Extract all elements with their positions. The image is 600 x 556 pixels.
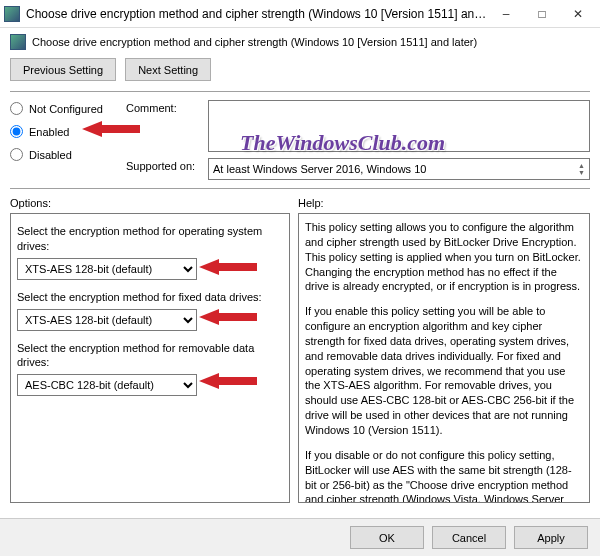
supported-label: Supported on:: [126, 158, 202, 172]
options-panel: Select the encryption method for operati…: [10, 213, 290, 503]
pointer-arrow-icon: [199, 256, 257, 278]
help-paragraph: If you disable or do not configure this …: [305, 448, 583, 503]
policy-icon: [4, 6, 20, 22]
separator: [10, 188, 590, 189]
removable-drives-label: Select the encryption method for removab…: [17, 341, 283, 371]
pointer-arrow-icon: [199, 306, 257, 328]
minimize-button[interactable]: –: [488, 2, 524, 26]
help-label: Help:: [298, 197, 590, 209]
maximize-button[interactable]: □: [524, 2, 560, 26]
subtitle-text: Choose drive encryption method and ciphe…: [32, 36, 477, 48]
dialog-footer: OK Cancel Apply: [0, 518, 600, 556]
supported-on-text: At least Windows Server 2016, Windows 10: [213, 163, 426, 175]
help-panel[interactable]: This policy setting allows you to config…: [298, 213, 590, 503]
os-drives-select[interactable]: XTS-AES 128-bit (default): [17, 258, 197, 280]
ok-button[interactable]: OK: [350, 526, 424, 549]
window-controls: – □ ✕: [488, 2, 596, 26]
radio-enabled[interactable]: Enabled: [10, 125, 118, 138]
supported-on-box: At least Windows Server 2016, Windows 10…: [208, 158, 590, 180]
pointer-arrow-icon: [199, 370, 257, 392]
next-setting-button[interactable]: Next Setting: [125, 58, 211, 81]
radio-disabled-input[interactable]: [10, 148, 23, 161]
help-paragraph: If you enable this policy setting you wi…: [305, 304, 583, 438]
radio-enabled-input[interactable]: [10, 125, 23, 138]
nav-buttons: Previous Setting Next Setting: [10, 58, 590, 81]
fixed-drives-label: Select the encryption method for fixed d…: [17, 290, 283, 305]
title-bar: Choose drive encryption method and ciphe…: [0, 0, 600, 28]
subtitle-row: Choose drive encryption method and ciphe…: [10, 34, 590, 50]
comment-textarea[interactable]: [208, 100, 590, 152]
apply-button[interactable]: Apply: [514, 526, 588, 549]
separator: [10, 91, 590, 92]
supported-scroll[interactable]: ▲▼: [578, 162, 585, 176]
policy-icon: [10, 34, 26, 50]
removable-drives-select[interactable]: AES-CBC 128-bit (default): [17, 374, 197, 396]
window-title: Choose drive encryption method and ciphe…: [26, 7, 488, 21]
state-radio-group: Not Configured Enabled Disabled: [10, 100, 118, 180]
radio-label: Not Configured: [29, 103, 103, 115]
radio-not-configured-input[interactable]: [10, 102, 23, 115]
fixed-drives-select[interactable]: XTS-AES 128-bit (default): [17, 309, 197, 331]
help-paragraph: This policy setting allows you to config…: [305, 220, 583, 294]
radio-not-configured[interactable]: Not Configured: [10, 102, 118, 115]
previous-setting-button[interactable]: Previous Setting: [10, 58, 116, 81]
os-drives-label: Select the encryption method for operati…: [17, 224, 283, 254]
radio-disabled[interactable]: Disabled: [10, 148, 118, 161]
cancel-button[interactable]: Cancel: [432, 526, 506, 549]
radio-label: Disabled: [29, 149, 72, 161]
radio-label: Enabled: [29, 126, 69, 138]
comment-label: Comment:: [126, 100, 202, 114]
close-button[interactable]: ✕: [560, 2, 596, 26]
options-label: Options:: [10, 197, 290, 209]
